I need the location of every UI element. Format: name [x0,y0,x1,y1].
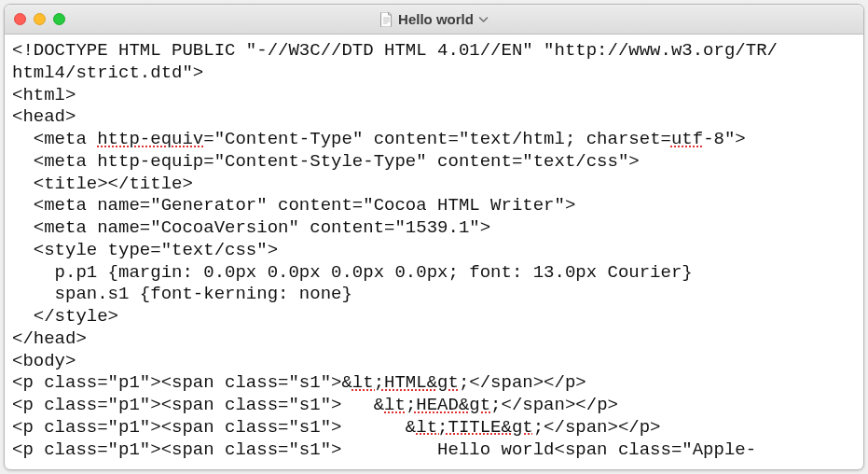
code-line: <meta name="Generator" content="Cocoa HT… [12,195,856,217]
code-line: <p class="p1"><span class="s1"> &lt;TITL… [12,417,856,439]
spellcheck-underline: lt;HEAD&gt [384,395,490,415]
code-line: <body> [12,351,856,373]
code-line: <title></title> [12,174,856,196]
code-line: <head> [12,106,856,129]
zoom-button[interactable] [53,13,65,25]
code-line: <!DOCTYPE HTML PUBLIC "-//W3C//DTD HTML … [12,40,856,63]
code-line: p.p1 {margin: 0.0px 0.0px 0.0px 0.0px; f… [12,262,856,285]
code-line: <style type="text/css"> [12,240,856,262]
code-line: </head> [12,328,856,351]
code-line: html4/strict.dtd"> [12,63,856,85]
code-line: span.s1 {font-kerning: none} [12,284,856,306]
titlebar: Hello world [5,5,863,35]
spellcheck-underline: lt;HTML&gt [352,372,459,393]
editor-window: Hello world <!DOCTYPE HTML PUBLIC "-//W3… [4,4,864,470]
code-line: <p class="p1"><span class="s1">&lt;HTML&… [12,372,856,395]
window-title: Hello world [398,11,474,27]
minimize-button[interactable] [34,13,46,25]
code-line: <p class="p1"><span class="s1"> &lt;HEAD… [12,395,856,417]
spellcheck-underline: utf [671,129,703,149]
chevron-down-icon [479,15,489,24]
document-icon [379,12,393,27]
code-line: <p class="p1"><span class="s1"> Hello wo… [12,439,856,462]
code-line: <meta http-equiv="Content-Type" content=… [12,129,856,151]
close-button[interactable] [14,13,26,25]
spellcheck-underline: lt;TITLE&gt [416,417,532,438]
traffic-lights [14,13,65,25]
code-line: <html> [12,85,856,107]
editor-content[interactable]: <!DOCTYPE HTML PUBLIC "-//W3C//DTD HTML … [5,35,863,469]
code-line: <meta http-equip="Content-Style-Type" co… [12,151,856,174]
window-title-group[interactable]: Hello world [379,11,489,27]
spellcheck-underline: http-equiv [97,129,203,149]
code-line: </style> [12,306,856,328]
code-line: <meta name="CocoaVersion" content="1539.… [12,217,856,240]
